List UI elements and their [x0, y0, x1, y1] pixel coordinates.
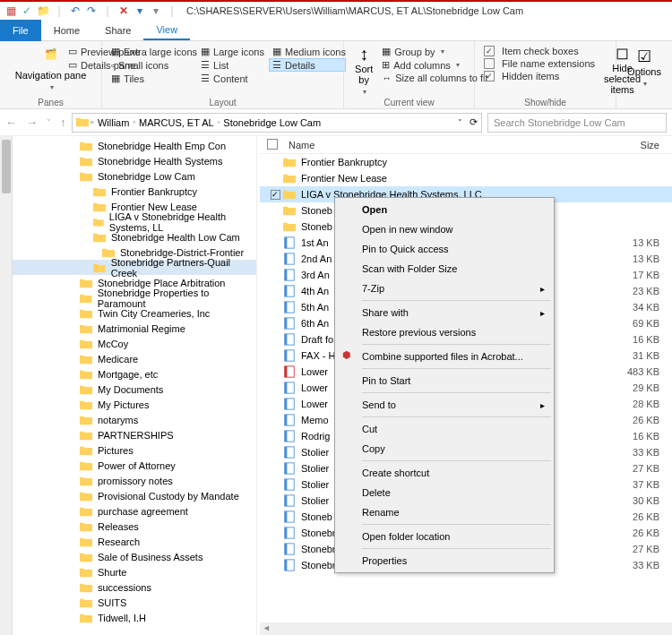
- tree-item[interactable]: Shurte: [13, 564, 256, 579]
- tree-item[interactable]: Sale of Business Assets: [13, 549, 256, 564]
- tree-item[interactable]: SUITS: [13, 595, 256, 610]
- nav-history-button[interactable]: ˅: [47, 118, 51, 127]
- tree-item[interactable]: Stonebridge Properties to Paramount: [13, 290, 256, 305]
- tree-item[interactable]: Power of Attorney: [13, 458, 256, 473]
- qat-rename-icon[interactable]: ▾: [133, 4, 147, 18]
- qat-undo-icon[interactable]: ↶: [68, 4, 82, 18]
- qat-properties-icon[interactable]: ✓: [20, 4, 34, 18]
- tree-item[interactable]: Stonebridge Health Emp Con: [13, 138, 256, 153]
- ctx-restore-versions[interactable]: Restore previous versions: [337, 322, 552, 342]
- select-all-checkbox[interactable]: [267, 139, 278, 150]
- tree-item[interactable]: My Documents: [13, 382, 256, 397]
- file-name: 6th An: [301, 318, 329, 329]
- ctx-cut[interactable]: Cut: [337, 419, 552, 439]
- tree-item[interactable]: My Pictures: [13, 397, 256, 412]
- tree-item[interactable]: promissory notes: [13, 473, 256, 488]
- horizontal-scrollbar[interactable]: [260, 622, 672, 635]
- tree-item[interactable]: McCoy: [13, 336, 256, 351]
- tree-item[interactable]: purchase agreement: [13, 503, 256, 519]
- sort-by-button[interactable]: ↕ Sort by: [349, 45, 378, 96]
- tree-item[interactable]: Stonebridge Health Low Cam: [13, 229, 256, 245]
- refresh-button[interactable]: ⟳: [470, 116, 478, 128]
- tree-item[interactable]: Mortgage, etc: [13, 366, 256, 382]
- folder-icon: [80, 369, 92, 380]
- breadcrumb-item[interactable]: William: [96, 117, 131, 128]
- tab-home[interactable]: Home: [41, 21, 92, 39]
- item-checkboxes-toggle[interactable]: Item check boxes: [480, 45, 599, 57]
- tree-item[interactable]: PARTNERSHIPS: [13, 427, 256, 442]
- qat-new-folder-icon[interactable]: 📁: [36, 4, 50, 18]
- layout-content[interactable]: ☰Content: [197, 72, 269, 85]
- tree-item[interactable]: Tidwell, I.H: [13, 610, 256, 625]
- qat-delete-icon[interactable]: ✕: [116, 4, 131, 18]
- layout-large[interactable]: ▦Large icons: [197, 45, 269, 58]
- tree-item[interactable]: Research: [13, 534, 256, 549]
- folder-tree[interactable]: Stonebridge Health Emp ConStonebridge He…: [13, 136, 256, 635]
- search-input[interactable]: Search Stonebridge Low Cam: [487, 113, 667, 133]
- tab-file[interactable]: File: [0, 20, 41, 41]
- layout-details[interactable]: ☰Details: [269, 58, 346, 72]
- column-name[interactable]: Name: [283, 140, 609, 150]
- layout-list[interactable]: ☰List: [197, 58, 269, 72]
- breadcrumb-item[interactable]: MARCUS, ET AL: [137, 117, 216, 128]
- tree-item[interactable]: Stonebridge Low Cam: [13, 168, 256, 184]
- ctx-properties[interactable]: Properties: [337, 551, 552, 571]
- ctx-pin-quick-access[interactable]: Pin to Quick access: [337, 239, 552, 259]
- folder-icon: [80, 384, 92, 395]
- file-name: Stoneb: [301, 221, 332, 232]
- tree-item[interactable]: successions: [13, 579, 256, 595]
- ctx-rename[interactable]: Rename: [337, 502, 552, 522]
- tree-item[interactable]: Releases: [13, 519, 256, 534]
- file-row[interactable]: Frontier New Lease: [260, 170, 672, 186]
- tree-item[interactable]: Stonebridge Partners-Quail Creek: [13, 260, 256, 275]
- tree-item[interactable]: Pictures: [13, 442, 256, 458]
- nav-forward-button[interactable]: →: [26, 116, 38, 129]
- file-name: Stolier: [301, 463, 329, 474]
- qat-app-icon: ▦: [4, 4, 18, 18]
- tree-scrollbar[interactable]: [0, 136, 13, 635]
- column-size[interactable]: Size: [609, 140, 672, 150]
- breadcrumb-item[interactable]: Stonebridge Low Cam: [221, 117, 323, 128]
- breadcrumb[interactable]: « William› MARCUS, ET AL› Stonebridge Lo…: [72, 113, 483, 133]
- tree-item[interactable]: Stonebridge Health Systems: [13, 153, 256, 168]
- qat-customize-icon[interactable]: ▾: [149, 4, 163, 18]
- tree-item[interactable]: Medicare: [13, 351, 256, 366]
- ctx-share-with[interactable]: Share with: [337, 303, 552, 322]
- tree-item[interactable]: LIGA v Stonebridge Health Systems, LL: [13, 214, 256, 229]
- tab-share[interactable]: Share: [92, 21, 143, 39]
- ctx-create-shortcut[interactable]: Create shortcut: [337, 463, 552, 483]
- row-checkbox[interactable]: [267, 190, 283, 200]
- nav-back-button[interactable]: ←: [5, 116, 17, 129]
- tree-item-label: purchase agreement: [98, 506, 188, 517]
- layout-medium[interactable]: ▦Medium icons: [269, 45, 346, 58]
- ctx-open-folder-location[interactable]: Open folder location: [337, 527, 552, 546]
- tab-view[interactable]: View: [143, 21, 190, 40]
- nav-up-button[interactable]: ↑: [60, 116, 66, 129]
- file-extensions-toggle[interactable]: File name extensions: [480, 57, 599, 70]
- ctx-combine-acrobat[interactable]: ⬢Combine supported files in Acrobat...: [337, 347, 552, 366]
- ctx-send-to[interactable]: Send to: [337, 395, 552, 415]
- ctx-open-new-window[interactable]: Open in new window: [337, 219, 552, 239]
- ctx-delete[interactable]: Delete: [337, 483, 552, 502]
- layout-extra-large[interactable]: ▦Extra large icons: [108, 45, 197, 58]
- options-button[interactable]: ☑ Options: [622, 45, 667, 92]
- ctx-scan-folder-size[interactable]: Scan with Folder Size: [337, 259, 552, 279]
- file-size: 27 KB: [609, 463, 672, 474]
- breadcrumb-dropdown[interactable]: ˅: [458, 118, 462, 127]
- tree-item[interactable]: Matrimonial Regime: [13, 321, 256, 336]
- hidden-items-toggle[interactable]: Hidden items: [480, 70, 599, 82]
- tree-item[interactable]: Provisional Custody by Mandate: [13, 488, 256, 503]
- ctx-7zip[interactable]: 7-Zip: [337, 279, 552, 298]
- tree-item[interactable]: notaryms: [13, 412, 256, 427]
- file-name: 1st An: [301, 237, 329, 248]
- qat-redo-icon[interactable]: ↷: [84, 4, 99, 18]
- ctx-copy[interactable]: Copy: [337, 439, 552, 459]
- ctx-open[interactable]: Open: [337, 200, 552, 219]
- tree-item[interactable]: Frontier Bankruptcy: [13, 184, 256, 199]
- list-header[interactable]: Name Size: [260, 136, 672, 154]
- file-row[interactable]: Frontier Bankruptcy: [260, 154, 672, 170]
- tree-item-label: Shurte: [98, 567, 126, 578]
- layout-tiles[interactable]: ▦Tiles: [108, 72, 197, 85]
- ctx-pin-start[interactable]: Pin to Start: [337, 371, 552, 390]
- layout-small[interactable]: ▫Small icons: [108, 58, 197, 72]
